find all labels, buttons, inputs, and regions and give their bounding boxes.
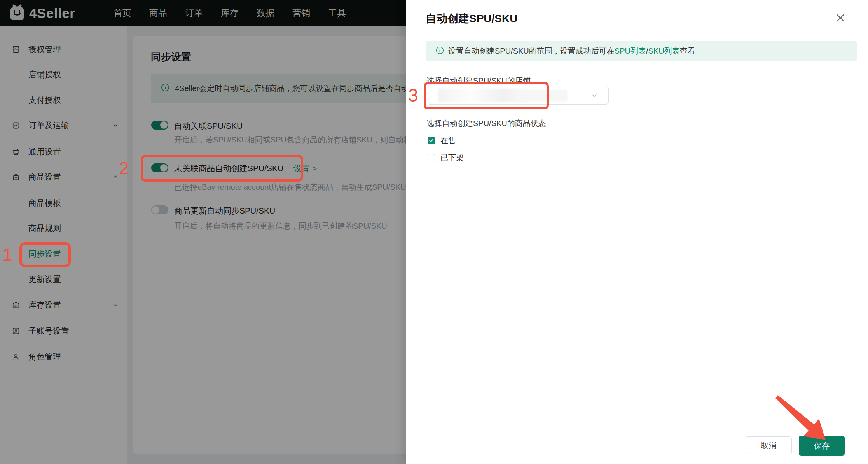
annotation-box-step1	[19, 242, 71, 267]
checkbox-checked-icon[interactable]	[428, 137, 435, 144]
checkbox-label[interactable]: 已下架	[440, 152, 464, 163]
spu-list-link[interactable]: SPU列表	[615, 47, 646, 55]
sku-list-link[interactable]: SKU列表	[648, 47, 680, 55]
banner-suffix: 查看	[680, 47, 695, 55]
drawer-info-banner: 设置自动创建SPU/SKU的范围，设置成功后可在SPU列表/SKU列表查看	[426, 41, 857, 61]
chevron-down-icon	[590, 92, 598, 101]
checkbox-unchecked-icon[interactable]	[428, 154, 435, 161]
app-screen: 4Seller 首页 商品 订单 库存 数据 营销 工具 授权管理 店铺授权	[0, 0, 868, 464]
annotation-number-2: 2	[119, 159, 129, 177]
checkbox-label[interactable]: 在售	[440, 135, 456, 146]
drawer-title: 自动创建SPU/SKU	[426, 11, 517, 26]
status-label: 选择自动创建SPU/SKU的商品状态	[426, 118, 546, 129]
cancel-button[interactable]: 取消	[746, 436, 792, 454]
drawer-banner-text: 设置自动创建SPU/SKU的范围，设置成功后可在SPU列表/SKU列表查看	[448, 46, 695, 56]
save-button[interactable]: 保存	[799, 436, 845, 456]
annotation-number-1: 1	[2, 246, 12, 264]
info-icon	[436, 46, 444, 56]
annotation-number-3: 3	[408, 86, 418, 104]
close-icon[interactable]	[833, 11, 847, 25]
status-checkbox-delisted[interactable]: 已下架	[428, 152, 464, 163]
annotation-box-step3	[424, 82, 549, 109]
auto-create-drawer: 自动创建SPU/SKU 设置自动创建SPU/SKU的范围，设置成功后可在SPU列…	[406, 0, 868, 464]
annotation-box-step2	[141, 155, 303, 182]
banner-prefix: 设置自动创建SPU/SKU的范围，设置成功后可在	[448, 47, 615, 55]
status-checkbox-onsale[interactable]: 在售	[428, 135, 456, 146]
